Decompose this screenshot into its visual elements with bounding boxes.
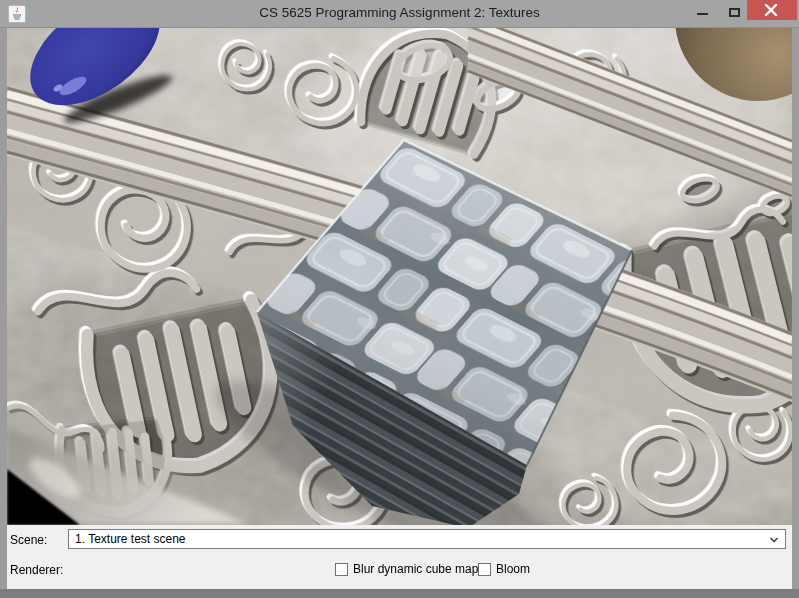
- control-panel: Scene: 1. Texture test scene Renderer: B…: [7, 525, 792, 589]
- titlebar: CS 5625 Programming Assignment 2: Textur…: [0, 0, 799, 28]
- checkbox-box: [478, 563, 491, 576]
- checkbox-blur-dynamic-cube-maps[interactable]: Blur dynamic cube maps: [335, 561, 484, 577]
- window-border-right: [792, 28, 799, 589]
- window-title: CS 5625 Programming Assignment 2: Textur…: [0, 5, 799, 20]
- window-border-left: [0, 28, 7, 589]
- app-window: { "window": { "title": "CS 5625 Programm…: [0, 0, 799, 598]
- checkbox-label: Blur dynamic cube maps: [353, 562, 484, 576]
- renderer-label: Renderer:: [10, 563, 63, 577]
- chevron-down-icon: [769, 536, 779, 544]
- close-button[interactable]: [747, 0, 797, 20]
- scene-select-value: 1. Texture test scene: [75, 532, 186, 546]
- window-border-bottom: [0, 589, 799, 598]
- minimize-button[interactable]: [688, 0, 718, 28]
- close-icon: [747, 0, 797, 20]
- maximize-button[interactable]: [720, 0, 750, 28]
- checkbox-bloom[interactable]: Bloom: [478, 561, 530, 577]
- minimize-icon: [697, 13, 708, 15]
- checkbox-label: Bloom: [496, 562, 530, 576]
- scene-select[interactable]: 1. Texture test scene: [68, 529, 786, 549]
- maximize-icon: [729, 8, 740, 17]
- scene-label: Scene:: [10, 533, 47, 547]
- viewport-3d[interactable]: [7, 28, 792, 525]
- checkbox-box: [335, 563, 348, 576]
